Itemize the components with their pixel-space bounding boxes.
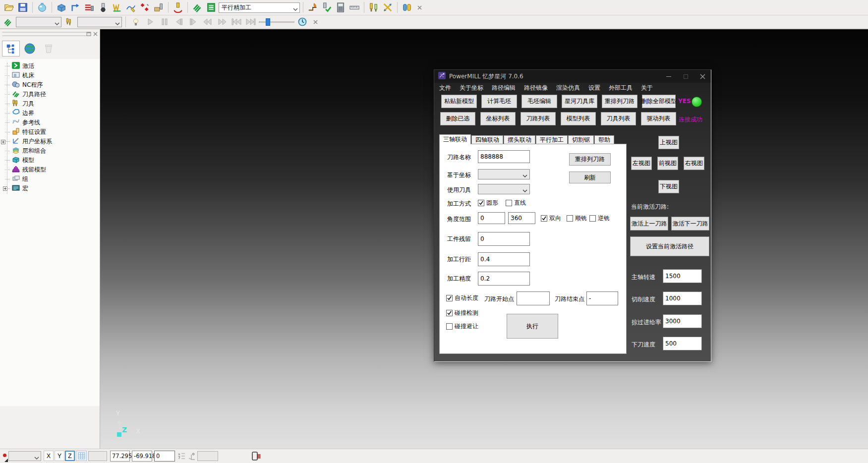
compute-stock-button[interactable]: 计算毛坯 (481, 95, 517, 108)
measure-icon[interactable] (348, 1, 361, 14)
viewmill-icon[interactable] (36, 1, 49, 14)
delete-selected-button[interactable]: 删除已选 (440, 112, 475, 125)
tab-explorer-world[interactable] (21, 41, 39, 57)
tree-item-boundaries[interactable]: 边界 (2, 109, 96, 118)
pattern-icon[interactable] (124, 1, 137, 14)
tree-item-toolpaths[interactable]: 刀具路径 (2, 90, 96, 99)
bulb-icon[interactable] (129, 15, 142, 28)
stock-edit-button[interactable]: 毛坯编辑 (521, 95, 557, 108)
menu-item-path-mirror[interactable]: 路径镜像 (524, 84, 548, 92)
bidirectional-checkbox[interactable]: 双向 (541, 214, 561, 223)
mode-line-checkbox[interactable]: 直线 (506, 199, 526, 207)
expand-icon[interactable] (3, 185, 7, 192)
go-start-icon[interactable] (230, 15, 243, 28)
boundary-icon[interactable] (111, 1, 123, 14)
start-point-input[interactable] (517, 291, 550, 305)
menu-item-file[interactable]: 文件 (439, 84, 451, 92)
tab-swivel-head[interactable]: 摆头联动 (504, 135, 535, 144)
left-view-button[interactable]: 左视图 (631, 157, 652, 170)
drive-list-button[interactable]: 驱动列表 (641, 112, 676, 125)
strategy-combo[interactable]: 平行精加工 (219, 2, 300, 13)
conventional-checkbox[interactable]: 逆铣 (589, 214, 610, 223)
sim-device-icon[interactable] (252, 452, 261, 463)
plunge-feed-input[interactable] (663, 337, 702, 350)
calculator-icon[interactable] (334, 1, 347, 14)
tab-explorer-trash[interactable] (40, 41, 58, 57)
grid-toggle-button[interactable] (76, 451, 87, 461)
activate-prev-button[interactable]: 激活上一刀路 (630, 217, 668, 231)
coord-x-input[interactable]: 77.2951 (110, 451, 130, 462)
open-icon[interactable] (2, 1, 15, 14)
coord-y-input[interactable]: -69.918 (132, 451, 152, 462)
spindle-speed-input[interactable] (663, 269, 702, 283)
delete-all-models-button[interactable]: 删除全部模型 (642, 95, 676, 108)
status-combo[interactable] (8, 451, 41, 461)
toolpath-list-button[interactable]: 刀路列表 (521, 112, 556, 125)
tree-item-macros[interactable]: 宏 (2, 184, 96, 193)
collision-check-checkbox[interactable]: 碰撞检测 (446, 309, 478, 317)
tab-3axis[interactable]: 三轴联动 (439, 134, 471, 144)
swap-axes-icon[interactable] (381, 1, 394, 14)
tool-pair-icon[interactable] (367, 1, 380, 14)
coord-list-button[interactable]: 坐标列表 (480, 112, 516, 125)
climb-checkbox[interactable]: 顺铣 (567, 214, 587, 223)
stepover-input[interactable] (478, 252, 530, 266)
tree-item-models[interactable]: 模型 (2, 156, 96, 165)
tab-4axis[interactable]: 四轴联动 (471, 135, 503, 144)
fast-forward-icon[interactable] (216, 15, 229, 28)
menu-item-settings[interactable]: 设置 (588, 84, 600, 92)
holder-pair-icon[interactable] (401, 1, 413, 14)
skim-feed-input[interactable] (663, 314, 702, 328)
angle-to-input[interactable] (508, 212, 535, 224)
xyz-list-icon[interactable] (178, 452, 185, 462)
x-toggle-button[interactable]: X (44, 451, 54, 461)
menu-item-external-tools[interactable]: 外部工具 (609, 84, 633, 92)
tree-item-nc-programs[interactable]: NC程序 (2, 80, 96, 90)
reorder-button[interactable]: 重排列刀路 (569, 153, 611, 166)
reorder-toolpaths-button[interactable]: 重排列刀路 (602, 95, 637, 108)
activate-next-button[interactable]: 激活下一刀路 (671, 217, 709, 231)
toolpath-strategy-icon[interactable] (69, 1, 82, 14)
menu-item-about[interactable]: 关于 (641, 84, 653, 92)
maximize-button[interactable] (677, 70, 694, 83)
strategy-list-icon[interactable] (205, 1, 218, 14)
featureset-icon[interactable] (152, 1, 165, 14)
menu-item-about-coords[interactable]: 关于坐标 (460, 84, 483, 92)
powermill-ribbon-icon[interactable] (191, 1, 204, 14)
tree-item-tools[interactable]: 刀具 (2, 99, 96, 109)
tree-item-machine[interactable]: 机床 (2, 71, 96, 80)
close-panel-icon[interactable] (93, 31, 98, 38)
model-list-button[interactable]: 模型列表 (561, 112, 596, 125)
tolerance-input[interactable] (478, 272, 530, 286)
tool-list-button[interactable]: 刀具列表 (601, 112, 636, 125)
set-active-path-button[interactable]: 设置当前激活路径 (630, 236, 709, 256)
go-end-icon[interactable] (244, 15, 257, 28)
tree-item-workplanes[interactable]: 用户坐标系 (2, 137, 96, 146)
close-button[interactable] (694, 70, 711, 83)
step-back-icon[interactable] (173, 15, 185, 28)
panel-gripper[interactable] (2, 31, 91, 33)
use-tool-select[interactable] (478, 184, 530, 194)
tree-item-groups[interactable]: 组 (2, 174, 96, 184)
menu-item-path-edit[interactable]: 路径编辑 (492, 84, 516, 92)
execute-button[interactable]: 执行 (507, 314, 558, 339)
pause-icon[interactable] (158, 15, 171, 28)
bottom-view-button[interactable]: 下视图 (658, 180, 679, 193)
y-toggle-button[interactable]: Y (55, 451, 64, 461)
tree-item-patterns[interactable]: 参考线 (2, 118, 96, 127)
close-toolbar-icon[interactable] (310, 17, 320, 27)
toolpath-name-input[interactable] (478, 150, 530, 163)
expand-icon[interactable] (1, 139, 5, 146)
sim-speed-slider[interactable] (259, 17, 294, 27)
auto-length-checkbox[interactable]: 自动长度 (446, 294, 478, 302)
rewind-icon[interactable] (201, 15, 214, 28)
tab-parallel[interactable]: 平行加工 (536, 135, 568, 144)
tab-saw[interactable]: 切割锯 (568, 135, 594, 144)
tree-item-levels[interactable]: 层和组合 (2, 146, 96, 156)
base-coord-select[interactable] (478, 169, 530, 179)
z-toggle-button[interactable]: Z (65, 451, 75, 461)
save-icon[interactable] (16, 1, 29, 14)
sim-tool-combo[interactable] (77, 17, 122, 27)
collision-avoid-checkbox[interactable]: 碰撞避让 (446, 322, 478, 331)
end-point-input[interactable] (586, 291, 618, 305)
